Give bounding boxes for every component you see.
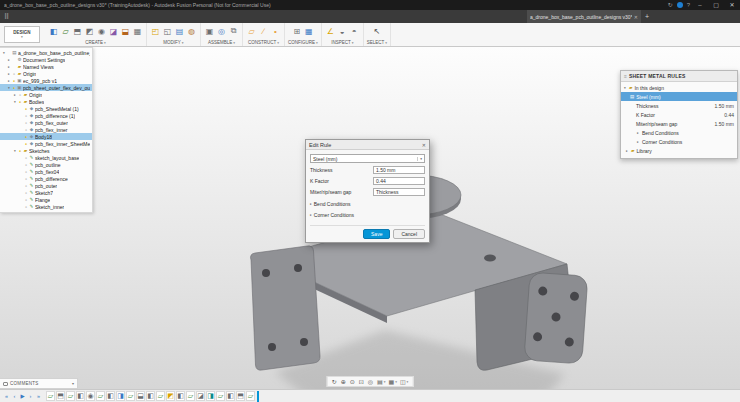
new-tab-button[interactable]: + (645, 10, 649, 23)
expand-arrow-icon[interactable]: ▸ (7, 65, 11, 69)
chevron-down-icon[interactable]: ▾ (72, 381, 74, 386)
visibility-bulb-icon[interactable] (24, 114, 28, 118)
timeline-derive-feature[interactable]: ◪ (196, 391, 205, 401)
extrude-icon[interactable]: ◩ (84, 25, 95, 37)
tab-close-icon[interactable]: ✕ (634, 14, 638, 20)
expand-arrow-icon[interactable]: ▾ (13, 149, 17, 153)
timeline-flange-feature[interactable]: ◧ (176, 391, 185, 401)
hole-icon[interactable]: ◉ (96, 25, 107, 37)
dialog-titlebar[interactable]: Edit Rule ✕ (306, 140, 429, 150)
browser-row[interactable]: ✎ Sketch_inner (0, 203, 92, 210)
timeline-hole-feature[interactable]: ◉ (86, 391, 95, 401)
user-avatar[interactable] (677, 2, 683, 8)
visibility-bulb-icon[interactable] (24, 170, 28, 174)
timeline-sketch-feature[interactable]: ▱ (126, 391, 135, 401)
rules-panel-header[interactable]: ≡ SHEET METAL RULES (621, 71, 737, 82)
browser-row[interactable]: ▸ ▣ ec_999_pcb v1 (0, 77, 92, 84)
display-settings-icon[interactable]: ▤▾ (377, 378, 385, 385)
go-to-start-icon[interactable]: « (3, 393, 10, 399)
rigid-group-icon[interactable]: ⧉ (228, 25, 239, 37)
timeline-sketch-feature[interactable]: ▱ (46, 391, 55, 401)
timeline-flange-feature[interactable]: ◧ (146, 391, 155, 401)
ribbon-group-dropdown[interactable]: INSPECT▾ (325, 40, 360, 45)
expand-arrow-icon[interactable]: ▾ (7, 86, 11, 90)
rule-select-dropdown[interactable]: Steel (mm) ▾ (310, 154, 425, 163)
construction-axis-icon[interactable]: ∕ (258, 25, 269, 37)
workspace-selector[interactable]: DESIGN ▾ (4, 26, 40, 43)
expand-arrow-icon[interactable]: ▾ (2, 51, 6, 55)
expand-arrow-icon[interactable]: ▸ (7, 79, 11, 83)
pan-icon[interactable]: ⊕ (341, 378, 347, 385)
cancel-button[interactable]: Cancel (393, 229, 425, 239)
browser-row[interactable]: ▾ ▣ pcb_sheet_outer_flex_dev_ou... (0, 84, 92, 91)
browser-row[interactable]: ▸ ⚙ Document Settings (0, 56, 92, 63)
zoom-icon[interactable]: ⊙ (350, 378, 356, 385)
visibility-bulb-icon[interactable] (12, 79, 16, 83)
browser-row[interactable]: ✎ pcb_difference (0, 175, 92, 182)
selected-rule-row[interactable]: ▤ Steel (mm) (621, 92, 737, 101)
rule-section-row[interactable]: ▸ Bend Conditions (621, 128, 737, 137)
browser-row[interactable]: ▾ ▤ a_drone_box_base_pcb_outline_de... (0, 49, 92, 56)
browser-row[interactable]: ✎ Sketch7 (0, 189, 92, 196)
visibility-bulb-icon[interactable] (12, 86, 16, 90)
grid-settings-icon[interactable]: ▦▾ (388, 378, 396, 385)
browser-row[interactable]: ◆ pcb_SheetMetal (1) (0, 105, 92, 112)
timeline-sketch-feature[interactable]: ▱ (66, 391, 75, 401)
derive-icon[interactable]: ◪ (108, 25, 119, 37)
rules-group-row[interactable]: ▾ ▰ In this design (621, 83, 737, 92)
timeline-sketch-feature[interactable]: ▱ (216, 391, 225, 401)
viewports-icon[interactable]: ◫▾ (400, 378, 408, 385)
timeline-sketch-feature[interactable]: ▱ (96, 391, 105, 401)
document-tab[interactable]: a_drone_box_base_pcb_outline_designs v30… (527, 10, 641, 23)
expand-arrow-icon[interactable]: ▸ (7, 72, 11, 76)
section-analysis-icon[interactable]: ◒ (337, 25, 348, 37)
visibility-bulb-icon[interactable] (24, 177, 28, 181)
expand-arrow-icon[interactable]: ▸ (7, 58, 11, 62)
configure-table-icon[interactable]: ▦ (303, 25, 314, 37)
browser-row[interactable]: ✎ sketch_layout_base (0, 154, 92, 161)
browser-row[interactable]: ✎ Flange (0, 196, 92, 203)
collapsible-section[interactable]: ▸ Bend Conditions (310, 201, 425, 207)
browser-row[interactable]: ◆ pcb_difference (1) (0, 112, 92, 119)
ribbon-group-dropdown[interactable]: ASSEMBLE▾ (204, 40, 239, 45)
field-input[interactable]: 0.44 (373, 177, 425, 185)
timeline-base-flange-feature[interactable]: ⬒ (56, 391, 65, 401)
field-input[interactable]: Thickness (373, 188, 425, 196)
physical-material-icon[interactable]: ◍ (186, 25, 197, 37)
thicken-icon[interactable]: ⬓ (120, 25, 131, 37)
offset-plane-icon[interactable]: ▱ (246, 25, 257, 37)
visibility-bulb-icon[interactable] (24, 198, 28, 202)
browser-row[interactable]: ✎ pcb_outer (0, 182, 92, 189)
visibility-bulb-icon[interactable] (24, 191, 28, 195)
sync-status-icon[interactable]: ↻ (668, 0, 673, 10)
visibility-bulb-icon[interactable] (24, 156, 28, 160)
browser-row[interactable]: ▸ ▰ Origin (0, 91, 92, 98)
browser-row[interactable]: ▸ ▰ Origin (0, 70, 92, 77)
select-cursor-icon[interactable]: ↖ (371, 25, 382, 37)
visibility-bulb-icon[interactable] (24, 205, 28, 209)
look-at-icon[interactable]: ◎ (368, 378, 374, 385)
timeline-flange-feature[interactable]: ◧ (226, 391, 235, 401)
step-back-icon[interactable]: ‹ (11, 393, 18, 399)
timeline-sketch-feature[interactable]: ▱ (186, 391, 195, 401)
browser-row[interactable]: ✎ pcb_flex04 (0, 168, 92, 175)
ribbon-group-dropdown[interactable]: CONFIGURE▾ (288, 40, 318, 45)
browser-row[interactable]: ◆ pcb_flex_inner (0, 126, 92, 133)
comments-bar[interactable]: COMMENTS ▾ (0, 378, 78, 389)
ribbon-group-dropdown[interactable]: SELECT▾ (367, 40, 387, 45)
timeline-thicken-feature[interactable]: ⬓ (136, 391, 145, 401)
browser-row[interactable]: ◆ pcb_flex_inner_SheetMetal (0, 140, 92, 147)
timeline-flange-feature[interactable]: ◧ (76, 391, 85, 401)
browser-row[interactable]: ◆ pcb_flex_outer (0, 119, 92, 126)
browser-row[interactable]: ▸ ▰ Named Views (0, 63, 92, 70)
visibility-bulb-icon[interactable] (24, 184, 28, 188)
timeline-flange-feature[interactable]: ◧ (106, 391, 115, 401)
save-button[interactable]: Save (363, 229, 390, 239)
unfold-icon[interactable]: ◰ (150, 25, 161, 37)
browser-row[interactable]: ◆ Body18 (0, 133, 92, 140)
fit-icon[interactable]: ⊡ (359, 378, 365, 385)
go-to-end-icon[interactable]: » (35, 393, 42, 399)
ribbon-group-dropdown[interactable]: MODIFY▾ (150, 40, 197, 45)
refold-icon[interactable]: ◱ (162, 25, 173, 37)
new-component-icon[interactable]: ▣ (204, 25, 215, 37)
